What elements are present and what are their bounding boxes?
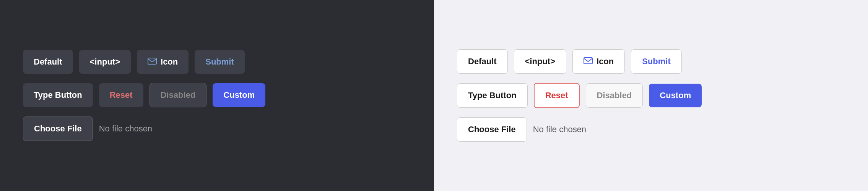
- envelope-icon-dark: [148, 57, 157, 67]
- dark-file-status: No file chosen: [99, 124, 152, 134]
- light-disabled-label: Disabled: [597, 91, 632, 100]
- light-choose-file-button[interactable]: Choose File: [457, 117, 527, 142]
- envelope-icon-light: [584, 57, 593, 66]
- light-custom-label: Custom: [660, 91, 691, 100]
- svg-rect-1: [584, 58, 592, 64]
- light-default-label: Default: [468, 57, 497, 66]
- dark-submit-button[interactable]: Submit: [195, 50, 245, 74]
- svg-rect-0: [148, 58, 156, 64]
- dark-row-2: Type Button Reset Disabled Custom: [23, 83, 265, 107]
- dark-disabled-label: Disabled: [161, 90, 196, 100]
- dark-typebutton-label: Type Button: [34, 90, 82, 100]
- dark-submit-label: Submit: [205, 57, 234, 67]
- light-disabled-button[interactable]: Disabled: [586, 83, 643, 108]
- dark-choose-file-button[interactable]: Choose File: [23, 117, 93, 141]
- light-row-2: Type Button Reset Disabled Custom: [457, 83, 702, 108]
- light-typebutton-label: Type Button: [468, 91, 517, 100]
- light-input-button[interactable]: <input>: [514, 49, 566, 74]
- dark-input-label: <input>: [90, 57, 120, 67]
- light-file-row: Choose File No file chosen: [457, 117, 586, 142]
- dark-file-row: Choose File No file chosen: [23, 117, 152, 141]
- dark-reset-label: Reset: [110, 90, 133, 100]
- dark-icon-button[interactable]: Icon: [137, 50, 189, 74]
- light-icon-label: Icon: [597, 57, 614, 66]
- light-panel: Default <input> Icon Submit Type Button …: [434, 0, 868, 191]
- light-submit-button[interactable]: Submit: [631, 49, 682, 74]
- dark-reset-button[interactable]: Reset: [99, 83, 143, 107]
- dark-input-button[interactable]: <input>: [79, 50, 131, 74]
- light-reset-button[interactable]: Reset: [534, 83, 580, 108]
- light-row-1: Default <input> Icon Submit: [457, 49, 682, 74]
- light-default-button[interactable]: Default: [457, 49, 508, 74]
- dark-icon-label: Icon: [161, 57, 178, 67]
- dark-custom-button[interactable]: Custom: [213, 83, 265, 107]
- dark-panel: Default <input> Icon Submit Type Button …: [0, 0, 434, 191]
- dark-custom-label: Custom: [223, 90, 255, 100]
- dark-row-1: Default <input> Icon Submit: [23, 50, 245, 74]
- light-input-label: <input>: [525, 57, 555, 66]
- dark-default-label: Default: [34, 57, 62, 67]
- light-choose-file-label: Choose File: [468, 125, 516, 134]
- light-custom-button[interactable]: Custom: [649, 84, 702, 107]
- light-submit-label: Submit: [642, 57, 671, 66]
- dark-default-button[interactable]: Default: [23, 50, 73, 74]
- dark-typebutton-button[interactable]: Type Button: [23, 83, 93, 107]
- light-file-status: No file chosen: [533, 125, 586, 134]
- light-typebutton-button[interactable]: Type Button: [457, 83, 528, 108]
- light-icon-button[interactable]: Icon: [572, 49, 625, 74]
- dark-choose-file-label: Choose File: [34, 124, 82, 133]
- light-reset-label: Reset: [545, 91, 568, 100]
- dark-disabled-button[interactable]: Disabled: [150, 83, 207, 107]
